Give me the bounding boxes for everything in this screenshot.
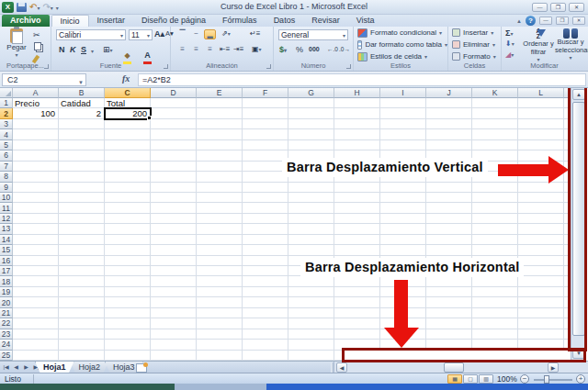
column-header-K[interactable]: K: [472, 88, 518, 98]
cell-J10[interactable]: [426, 193, 472, 203]
copy-icon[interactable]: [34, 42, 41, 50]
cell-partial5[interactable]: [564, 140, 571, 150]
delete-cells-button[interactable]: Eliminar▾: [448, 39, 501, 50]
cell-E11[interactable]: [197, 203, 243, 213]
row-header-23[interactable]: 23: [0, 329, 13, 340]
column-header-I[interactable]: I: [380, 88, 426, 98]
cell-D21[interactable]: [151, 308, 197, 318]
row-header-10[interactable]: 10: [0, 193, 13, 203]
cell-B16[interactable]: [59, 256, 105, 266]
number-format-select[interactable]: General▾: [278, 29, 348, 40]
cell-F15[interactable]: [243, 245, 288, 255]
cell-I1[interactable]: [380, 98, 426, 108]
cell-D18[interactable]: [151, 276, 197, 286]
cell-E17[interactable]: [197, 266, 243, 276]
cell-E7[interactable]: [197, 162, 243, 172]
cell-B20[interactable]: [59, 297, 105, 307]
cell-E23[interactable]: [197, 329, 243, 340]
row-header-11[interactable]: 11: [0, 203, 13, 213]
vertical-scrollbar[interactable]: ▲ ▼: [571, 88, 585, 361]
cell-partial12[interactable]: [564, 214, 571, 224]
cell-H13[interactable]: [334, 224, 380, 234]
cell-I5[interactable]: [380, 140, 426, 150]
column-header-partial[interactable]: [564, 88, 571, 98]
cell-D10[interactable]: [151, 193, 197, 203]
redo-icon[interactable]: ↷▾: [42, 2, 52, 14]
cell-J11[interactable]: [426, 203, 472, 213]
paste-button[interactable]: Pegar ▾: [4, 28, 29, 58]
cell-B19[interactable]: [59, 287, 105, 297]
column-header-E[interactable]: E: [197, 88, 243, 98]
cell-F22[interactable]: [243, 318, 288, 329]
cell-A16[interactable]: [13, 256, 59, 266]
cell-F20[interactable]: [243, 297, 288, 307]
cell-B22[interactable]: [59, 318, 105, 329]
cell-K23[interactable]: [472, 329, 518, 340]
cell-G20[interactable]: [288, 297, 334, 307]
cell-B12[interactable]: [59, 214, 105, 224]
fill-icon[interactable]: ⬇▾: [505, 39, 514, 48]
cell-C1[interactable]: Total: [105, 98, 151, 108]
paste-dropdown-icon[interactable]: ▾: [4, 51, 29, 58]
cell-C3[interactable]: [105, 119, 151, 129]
cell-C4[interactable]: [105, 129, 151, 139]
cell-L19[interactable]: [518, 287, 564, 297]
cell-F24[interactable]: [243, 340, 288, 350]
cell-A14[interactable]: [13, 235, 59, 245]
cell-B6[interactable]: [59, 150, 105, 161]
prev-sheet-icon[interactable]: ◀: [12, 362, 20, 372]
cell-B14[interactable]: [59, 235, 105, 245]
cell-F19[interactable]: [243, 287, 288, 297]
cell-E3[interactable]: [197, 119, 243, 129]
grow-font-icon[interactable]: A▴: [154, 29, 164, 39]
minimize-ribbon-icon[interactable]: ▲: [516, 18, 522, 24]
close-button[interactable]: ✕: [569, 3, 584, 12]
cell-E21[interactable]: [197, 308, 243, 318]
cell-F4[interactable]: [243, 129, 288, 139]
cell-L10[interactable]: [518, 193, 564, 203]
cell-I15[interactable]: [380, 245, 426, 255]
row-header-16[interactable]: 16: [0, 256, 13, 266]
cell-C7[interactable]: [105, 162, 151, 172]
cell-partial22[interactable]: [564, 318, 571, 329]
tab-f-rmulas[interactable]: Fórmulas: [214, 15, 266, 27]
cell-E5[interactable]: [197, 140, 243, 150]
cell-E16[interactable]: [197, 256, 243, 266]
page-layout-view-icon[interactable]: ▢: [463, 374, 478, 384]
excel-app-icon[interactable]: X: [2, 2, 14, 13]
tab-datos[interactable]: Datos: [266, 15, 304, 27]
cell-H14[interactable]: [334, 235, 380, 245]
cell-E18[interactable]: [197, 276, 243, 286]
cell-K2[interactable]: [472, 108, 518, 118]
cell-B11[interactable]: [59, 203, 105, 213]
cell-I14[interactable]: [380, 235, 426, 245]
cell-J20[interactable]: [426, 297, 472, 307]
wrap-text-icon[interactable]: ↵≡: [250, 29, 260, 38]
cell-A7[interactable]: [13, 162, 59, 172]
cell-G22[interactable]: [288, 318, 334, 329]
cell-B25[interactable]: [59, 351, 105, 361]
cell-G1[interactable]: [288, 98, 334, 108]
cell-D6[interactable]: [151, 150, 197, 161]
cell-partial4[interactable]: [564, 129, 571, 139]
cell-K9[interactable]: [472, 183, 518, 193]
cell-G15[interactable]: [288, 245, 334, 255]
row-header-6[interactable]: 6: [0, 150, 13, 161]
cell-D15[interactable]: [151, 245, 197, 255]
cell-F21[interactable]: [243, 308, 288, 318]
insert-cells-button[interactable]: Insertar▾: [448, 27, 501, 39]
cell-F10[interactable]: [243, 193, 288, 203]
cell-G3[interactable]: [288, 119, 334, 129]
page-break-view-icon[interactable]: ▥: [479, 374, 493, 384]
cell-H4[interactable]: [334, 129, 380, 139]
cell-C9[interactable]: [105, 183, 151, 193]
align-left-icon[interactable]: ≡: [176, 45, 188, 55]
cell-partial16[interactable]: [564, 256, 571, 266]
cell-partial18[interactable]: [564, 276, 571, 286]
cell-C2[interactable]: 200: [105, 108, 151, 118]
row-header-14[interactable]: 14: [0, 235, 13, 245]
cell-L15[interactable]: [518, 245, 564, 255]
cell-A3[interactable]: [13, 119, 59, 129]
cell-J21[interactable]: [426, 308, 472, 318]
cell-I9[interactable]: [380, 183, 426, 193]
